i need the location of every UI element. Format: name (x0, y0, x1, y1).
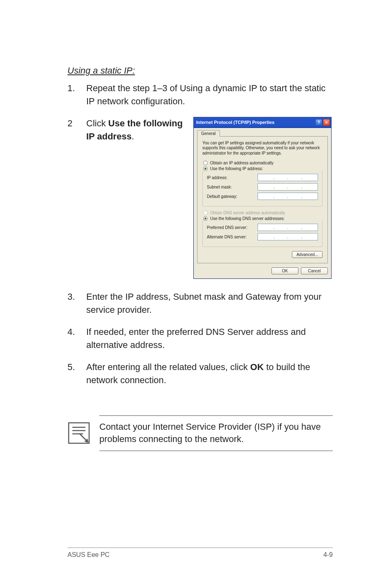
cancel-button[interactable]: Cancel (301, 267, 328, 274)
alternate-dns-input[interactable]: ... (258, 233, 318, 240)
radio-icon (203, 161, 208, 165)
dialog-info-text: You can get IP settings assigned automat… (202, 141, 323, 156)
dialog-title: Internet Protocol (TCP/IP) Properties (196, 120, 274, 125)
step-number: 5. (67, 361, 86, 387)
step-text: If needed, enter the preferred DNS Serve… (86, 325, 333, 352)
step-1: 1. Repeat the step 1–3 of Using a dynami… (67, 82, 333, 108)
step-3: 3. Enter the IP address, Subnet mask and… (67, 290, 333, 316)
step-number: 1. (67, 82, 86, 108)
step-number: 3. (67, 290, 86, 316)
step-2: 2 Click Use the following IP address. (67, 117, 190, 143)
radio-obtain-dns-auto: Obtain DNS server address automatically (203, 211, 323, 215)
footer-left: ASUS Eee PC (67, 551, 110, 559)
step-text-pre: Click (86, 118, 108, 128)
step-text: Enter the IP address, Subnet mask and Ga… (86, 290, 333, 316)
radio-obtain-ip-auto[interactable]: Obtain an IP address automatically (203, 161, 323, 165)
footer-right: 4-9 (323, 551, 333, 559)
default-gateway-label: Default gateway: (207, 194, 238, 199)
tab-general[interactable]: General (197, 130, 220, 137)
step-text: After entering all the related values, c… (86, 361, 333, 387)
step-4: 4. If needed, enter the preferred DNS Se… (67, 325, 333, 352)
note-box: Contact your Internet Service Provider (… (67, 415, 333, 451)
note-text: Contact your Internet Service Provider (… (99, 422, 321, 444)
step-text-bold: OK (250, 362, 264, 372)
subnet-mask-label: Subnet mask: (207, 185, 232, 189)
help-button[interactable]: ? (315, 119, 322, 126)
alternate-dns-label: Alternate DNS server: (207, 235, 247, 239)
preferred-dns-input[interactable]: ... (258, 224, 318, 231)
radio-icon (203, 211, 208, 215)
step-number: 2 (67, 117, 86, 143)
step-5: 5. After entering all the related values… (67, 361, 333, 387)
dns-fields-group: Preferred DNS server: ... Alternate DNS … (202, 220, 323, 247)
preferred-dns-label: Preferred DNS server: (207, 225, 247, 230)
step-text: Click Use the following IP address. (86, 117, 190, 143)
tcpip-properties-dialog: Internet Protocol (TCP/IP) Properties ? … (193, 117, 332, 279)
ip-address-label: IP address: (207, 175, 227, 180)
dialog-titlebar: Internet Protocol (TCP/IP) Properties ? … (194, 117, 331, 128)
radio-label: Obtain an IP address automatically (210, 161, 273, 165)
close-button[interactable]: × (323, 119, 330, 126)
ok-button[interactable]: OK (271, 267, 298, 274)
page-footer: ASUS Eee PC 4-9 (67, 548, 333, 559)
ip-fields-group: IP address: ... Subnet mask: ... Default… (202, 170, 323, 206)
step-text-pre: After entering all the related values, c… (86, 362, 250, 372)
advanced-button[interactable]: Advanced... (292, 251, 323, 258)
subnet-mask-input[interactable]: ... (258, 183, 318, 191)
radio-label: Obtain DNS server address automatically (210, 211, 285, 215)
section-heading: Using a static IP: (67, 65, 333, 76)
step-number: 4. (67, 325, 86, 352)
step-text-post: . (132, 131, 134, 141)
note-icon (67, 422, 90, 444)
default-gateway-input[interactable]: ... (258, 193, 318, 200)
ip-address-input[interactable]: ... (258, 174, 318, 181)
step-text: Repeat the step 1–3 of Using a dynamic I… (86, 82, 333, 108)
